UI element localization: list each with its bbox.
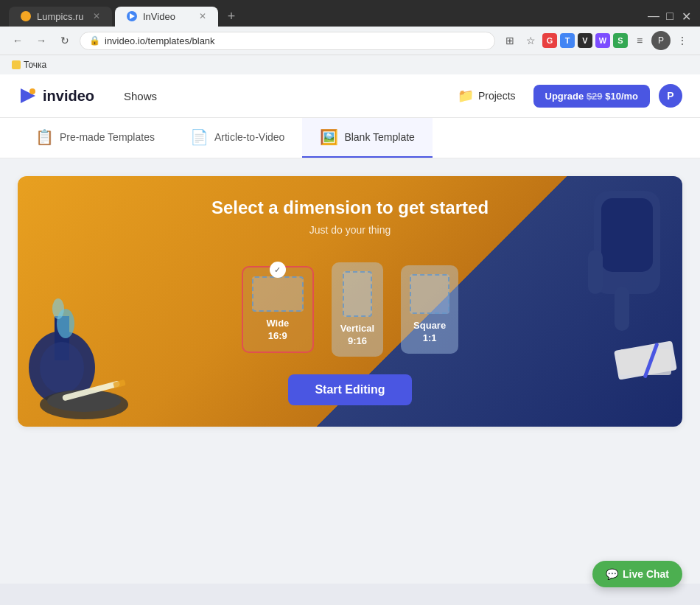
tab-blank-label: Blank Template <box>344 131 414 143</box>
main-area: Select a dimension to get started Just d… <box>0 158 700 444</box>
tab-favicon-invideo <box>127 11 137 21</box>
minimize-button[interactable]: — <box>648 11 659 21</box>
svg-rect-13 <box>601 198 653 272</box>
svg-point-5 <box>40 342 84 394</box>
wide-frame <box>252 276 304 312</box>
maximize-button[interactable]: □ <box>665 11 675 21</box>
svg-point-2 <box>29 88 35 94</box>
menu-icon[interactable]: ≡ <box>631 32 648 49</box>
address-bar: ← → ↻ 🔒 invideo.io/templates/blank ⊞ ☆ G… <box>0 27 700 55</box>
back-button[interactable]: ← <box>9 32 27 49</box>
user-avatar[interactable]: P <box>659 84 682 108</box>
selected-checkmark: ✓ <box>270 262 286 278</box>
url-bar[interactable]: 🔒 invideo.io/templates/blank <box>80 32 495 50</box>
profile-icon[interactable]: P <box>651 31 671 50</box>
tab-article[interactable]: 📄 Article-to-Video <box>172 118 302 158</box>
tab-close-invideo[interactable]: ✕ <box>199 11 206 21</box>
vertical-frame <box>343 271 372 317</box>
window-controls: — □ ✕ <box>648 11 691 21</box>
square-frame <box>410 274 449 314</box>
tab-lumpics[interactable]: Lumpics.ru ✕ <box>9 7 112 27</box>
wide-label: Wide 16:9 <box>266 318 289 343</box>
live-chat-icon: 💬 <box>606 568 618 580</box>
cast-icon[interactable]: ⊞ <box>501 32 519 49</box>
svg-rect-11 <box>113 380 126 388</box>
svg-rect-14 <box>588 250 603 294</box>
url-text: invideo.io/templates/blank <box>105 35 215 46</box>
bookmark-folder-icon <box>12 60 21 69</box>
tab-pre-made-label: Pre-made Templates <box>60 131 155 143</box>
forward-button[interactable]: → <box>32 32 50 49</box>
tab-pre-made-icon: 📋 <box>35 128 54 146</box>
folder-icon: 📁 <box>458 88 474 104</box>
live-chat-label: Live Chat <box>623 568 669 580</box>
tab-invideo[interactable]: InVideo ✕ <box>115 7 218 27</box>
dimension-subtitle: Just do your thing <box>309 224 391 236</box>
bookmark-item-tochka[interactable]: Точка <box>9 58 49 71</box>
header-right: 📁 Projects Upgrade $29 $10/mo P <box>449 83 682 108</box>
tab-label-invideo: InVideo <box>143 11 175 22</box>
toolbar-icons: ⊞ ☆ G T V W S ≡ P ⋮ <box>501 31 691 50</box>
logo[interactable]: invideo <box>18 85 94 106</box>
upgrade-label: Upgrade <box>545 91 587 102</box>
browser-chrome: Lumpics.ru ✕ InVideo ✕ + — □ ✕ ← → ↻ 🔒 i… <box>0 0 700 74</box>
tab-article-icon: 📄 <box>190 128 209 146</box>
live-chat-button[interactable]: 💬 Live Chat <box>592 561 682 587</box>
dimension-card: Select a dimension to get started Just d… <box>18 176 682 427</box>
bookmark-label: Точка <box>24 60 46 70</box>
more-options-icon[interactable]: ⋮ <box>673 32 691 49</box>
start-editing-button[interactable]: Start Editing <box>288 374 411 405</box>
svg-point-7 <box>52 298 64 319</box>
tab-label-lumpics: Lumpics.ru <box>37 11 84 22</box>
tab-close-lumpics[interactable]: ✕ <box>93 11 100 21</box>
tab-favicon-lumpics <box>21 11 31 21</box>
logo-text: invideo <box>43 88 94 105</box>
dim-option-wide[interactable]: ✓ Wide 16:9 <box>242 266 314 353</box>
upgrade-new-price: $10/mo <box>603 91 638 102</box>
dimension-options: ✓ Wide 16:9 Vertical 9:16 <box>242 262 458 357</box>
deco-left <box>18 220 165 427</box>
svg-rect-15 <box>615 287 629 331</box>
extension-icon-2[interactable]: T <box>560 33 575 48</box>
projects-button[interactable]: 📁 Projects <box>449 83 525 108</box>
dim-option-vertical[interactable]: Vertical 9:16 <box>332 262 383 357</box>
extension-icon-5[interactable]: S <box>613 33 628 48</box>
close-button[interactable]: ✕ <box>681 11 691 21</box>
upgrade-old-price: $29 <box>587 91 603 102</box>
projects-label: Projects <box>478 90 516 102</box>
extension-icon-1[interactable]: G <box>542 33 557 48</box>
dim-option-square[interactable]: Square 1:1 <box>401 265 458 354</box>
bookmark-star-icon[interactable]: ☆ <box>522 32 539 49</box>
tab-pre-made[interactable]: 📋 Pre-made Templates <box>18 118 172 158</box>
dimension-title: Select a dimension to get started <box>211 197 489 218</box>
bookmark-bar: Точка <box>0 55 700 74</box>
extension-icon-4[interactable]: W <box>595 33 610 48</box>
vertical-label: Vertical 9:16 <box>340 323 374 348</box>
logo-icon <box>18 85 38 106</box>
refresh-button[interactable]: ↻ <box>56 32 74 49</box>
tab-article-label: Article-to-Video <box>214 131 284 143</box>
upgrade-button[interactable]: Upgrade $29 $10/mo <box>533 85 650 108</box>
title-bar: Lumpics.ru ✕ InVideo ✕ + — □ ✕ <box>0 0 700 27</box>
dimension-bg: Select a dimension to get started Just d… <box>18 176 682 427</box>
app-content: invideo Shows 📁 Projects Upgrade $29 $10… <box>0 74 700 584</box>
extension-icon-3[interactable]: V <box>578 33 592 48</box>
tabs-container: 📋 Pre-made Templates 📄 Article-to-Video … <box>0 118 700 158</box>
new-tab-button[interactable]: + <box>221 6 242 27</box>
lock-icon: 🔒 <box>89 35 100 46</box>
tab-blank-icon: 🖼️ <box>320 128 338 146</box>
square-label: Square 1:1 <box>413 320 446 345</box>
app-header: invideo Shows 📁 Projects Upgrade $29 $10… <box>0 74 700 118</box>
deco-right <box>535 176 682 382</box>
nav-shows[interactable]: Shows <box>118 87 163 105</box>
svg-marker-0 <box>130 13 135 19</box>
tab-blank[interactable]: 🖼️ Blank Template <box>302 118 432 158</box>
